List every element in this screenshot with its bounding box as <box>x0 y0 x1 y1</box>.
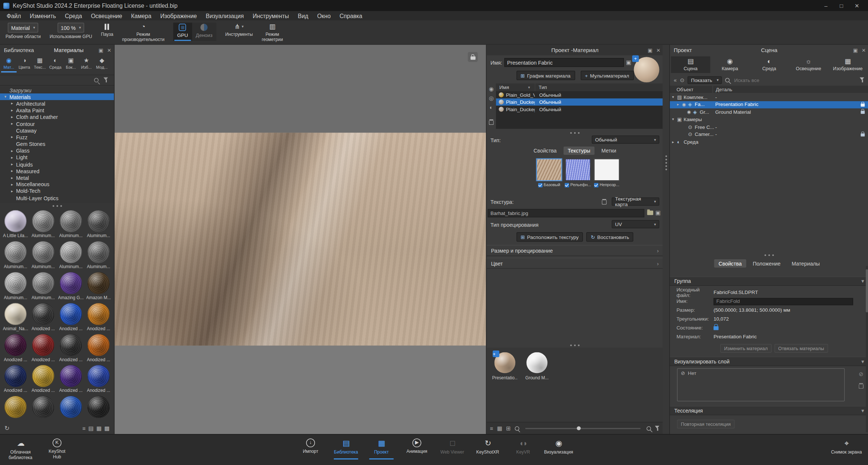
material-thumbnail[interactable]: Anodized ... <box>1 333 29 364</box>
close-panel-icon[interactable]: ✕ <box>862 47 866 53</box>
library-tree-item[interactable]: ▸ Liquids <box>0 161 114 168</box>
bottom-nav-item[interactable]: □ Web Viewer <box>434 438 470 455</box>
expand-arrow-icon[interactable]: ▸ <box>11 175 16 180</box>
expand-arrow-icon[interactable]: ▸ <box>11 148 16 153</box>
multi-material-button[interactable]: + Мультиматериал <box>580 71 634 80</box>
material-row[interactable]: Plain_Duckegg Обычный <box>496 106 663 113</box>
large-grid-view-icon[interactable]: ⊞ <box>506 425 511 431</box>
minimize-button[interactable]: – <box>818 3 834 8</box>
library-tree-item[interactable]: ▸ Light <box>0 154 114 161</box>
pause-icon[interactable] <box>105 23 109 30</box>
material-thumbnail[interactable]: Animal_Na... <box>1 302 29 333</box>
menu-item[interactable]: Справка <box>335 13 367 19</box>
material-type-dropdown[interactable]: Обычный ▾ <box>592 136 660 144</box>
library-tree-item[interactable]: ▸ Architectural <box>0 100 114 107</box>
material-thumbnail[interactable] <box>85 395 112 420</box>
scene-tree-item[interactable]: ▾ ◉ ▧ Комплек... - <box>670 93 868 101</box>
material-thumbnail[interactable]: Anodized ... <box>85 333 112 364</box>
bottom-nav-item[interactable]: ▤ Библиотека <box>328 438 364 455</box>
expand-arrow-icon[interactable]: ▸ <box>11 108 16 113</box>
menu-item[interactable]: Вид <box>293 13 312 19</box>
property-tab[interactable]: Положение <box>748 259 785 267</box>
expand-arrow-icon[interactable]: ▸ <box>11 155 16 160</box>
material-tab[interactable]: Свойства <box>529 147 561 155</box>
collapsed-section[interactable]: Размер и проецирование › <box>486 245 663 256</box>
material-row[interactable]: Plain_Duckegg Обычный <box>496 98 663 105</box>
large-grid-view-icon[interactable]: ▩ <box>104 425 109 431</box>
lock-icon[interactable] <box>861 109 865 114</box>
zoom-out-icon[interactable] <box>515 426 519 430</box>
small-grid-view-icon[interactable]: ▤ <box>88 425 94 431</box>
render-layer-list[interactable] <box>677 368 845 401</box>
remove-from-layer-icon[interactable]: ⊘ <box>859 371 864 377</box>
material-name-input[interactable] <box>504 58 624 67</box>
material-action-button[interactable]: Изменить материал <box>720 344 772 353</box>
scrollbar-thumb[interactable] <box>866 269 868 312</box>
property-tab[interactable]: Свойства <box>714 259 746 267</box>
position-texture-button[interactable]: ⊞ Расположить текстуру <box>516 232 583 242</box>
show-dropdown[interactable]: Показать ▾ <box>688 76 722 84</box>
project-splitter-grip[interactable] <box>670 253 868 257</box>
library-tree-item[interactable]: ▸ Metal <box>0 174 114 181</box>
visibility-eye-icon[interactable]: ◉ <box>682 102 688 107</box>
column-object[interactable]: Объект <box>670 86 712 92</box>
material-thumbnail[interactable] <box>1 395 29 420</box>
material-thumbnail[interactable]: Anodized ... <box>85 302 112 333</box>
material-thumbnail[interactable]: Aluminum... <box>57 240 85 271</box>
list-view-icon[interactable]: ≡ <box>82 425 86 431</box>
library-nav-item[interactable]: ★ Изб... <box>79 56 94 72</box>
render-layer-section-header[interactable]: Визуализировать слой ▾ <box>670 357 868 366</box>
expand-arrow-icon[interactable]: ▾ <box>672 117 677 122</box>
search-icon[interactable] <box>725 78 730 82</box>
library-tree-item[interactable]: ▸ Fuzz <box>0 134 114 141</box>
retessellate-button[interactable]: Повторная тесселяция <box>677 420 735 428</box>
material-template-dropdown[interactable]: Material ▾ <box>8 23 38 33</box>
column-name[interactable]: Имя <box>496 85 528 90</box>
column-type[interactable]: Тип <box>535 83 663 91</box>
scene-tree-item[interactable]: ◉ ◈ Gr... Ground Material <box>670 108 868 116</box>
maximize-button[interactable]: □ <box>834 3 849 8</box>
screenshot-button[interactable]: ⌖ Снимок экрана <box>828 438 865 455</box>
material-thumbnail[interactable]: Aluminum... <box>85 209 112 240</box>
library-tree-item[interactable]: Multi-Layer Optics <box>0 195 114 201</box>
material-thumbnail[interactable]: Anodized ... <box>29 302 57 333</box>
performance-mode-icon[interactable]: ◔ <box>141 23 145 30</box>
material-thumbnail[interactable]: Amazon M... <box>85 271 112 302</box>
bottom-nav-item[interactable]: ☁ Облачная библиотека <box>2 438 39 460</box>
project-tab[interactable]: ☼ Освещение <box>789 57 828 73</box>
bottom-nav-item[interactable]: K KeyShot Hub <box>39 438 75 460</box>
panel-splitter[interactable] <box>662 45 669 434</box>
material-pick-icon[interactable]: ◐ <box>489 105 493 110</box>
property-tab[interactable]: Материалы <box>787 259 824 267</box>
expand-arrow-icon[interactable]: ▾ <box>672 95 677 99</box>
state-lock-icon[interactable] <box>713 324 718 330</box>
texture-map-dropdown[interactable]: Текстурная карта ▾ <box>612 197 660 205</box>
library-tree-item[interactable]: Gem Stones <box>0 141 114 147</box>
material-tab[interactable]: Текстуры <box>563 147 595 155</box>
delete-texture-icon[interactable] <box>602 199 607 205</box>
material-thumbnail[interactable]: Anodized ... <box>29 333 57 364</box>
float-panel-icon[interactable]: ▣ <box>648 47 652 53</box>
lock-icon[interactable] <box>861 102 865 106</box>
library-nav-item[interactable]: ◉ Мат... <box>1 56 17 72</box>
menu-item[interactable]: Освещение <box>87 13 127 19</box>
render-viewport[interactable] <box>115 45 486 434</box>
material-thumbnail[interactable]: Aluminum... <box>29 209 57 240</box>
material-action-button[interactable]: Отвязать материалы <box>774 344 828 353</box>
list-view-icon[interactable]: ≡ <box>490 425 493 431</box>
scene-tree-item[interactable]: ◉ ⊙ Camer... - <box>670 131 868 138</box>
float-panel-icon[interactable]: ▣ <box>853 47 858 53</box>
material-sphere-icon[interactable]: ◉ <box>489 86 494 92</box>
expand-arrow-icon[interactable]: ▸ <box>11 182 16 187</box>
grid-view-icon[interactable]: ▦ <box>497 425 502 431</box>
expand-arrow-icon[interactable]: ▸ <box>11 102 16 106</box>
gpu-usage-dropdown[interactable]: 100 % ▾ <box>57 23 84 33</box>
menu-item[interactable]: Среда <box>61 13 87 19</box>
library-tree-item[interactable]: Cutaway <box>0 127 114 134</box>
geometry-mode-icon[interactable]: ▥ <box>269 23 275 30</box>
material-duplicate-icon[interactable]: ◎ <box>489 95 494 101</box>
material-thumbnail[interactable] <box>57 395 85 420</box>
scene-tree-item[interactable]: ◉ ⊙ Free C... - <box>670 123 868 131</box>
browse-folder-icon[interactable] <box>647 211 653 215</box>
texture-checkbox[interactable] <box>538 183 542 187</box>
